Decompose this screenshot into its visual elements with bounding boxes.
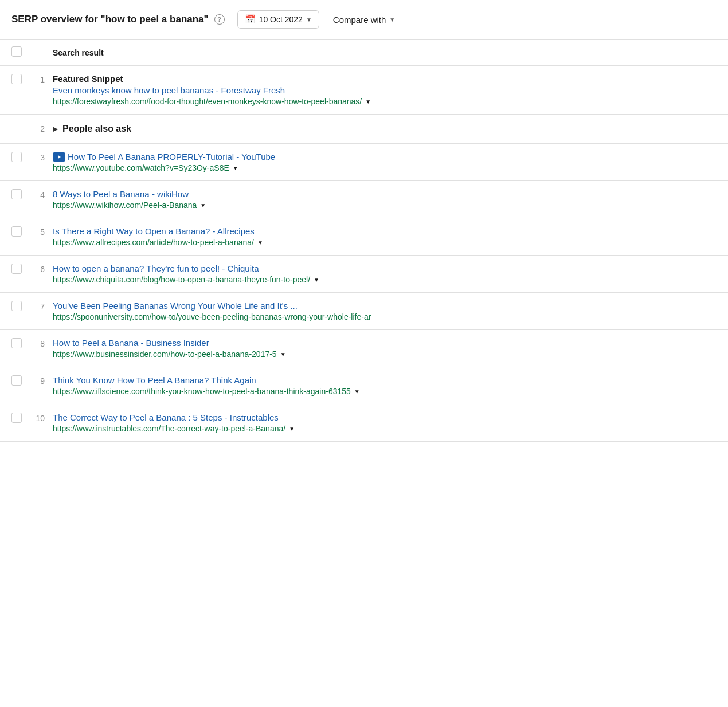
row-6-number: 6: [32, 264, 53, 274]
date-chevron-icon: ▼: [306, 17, 312, 23]
row-10-number: 10: [32, 413, 53, 423]
row-10-title-link[interactable]: The Correct Way to Peel a Banana : 5 Ste…: [53, 413, 717, 422]
row-3-number: 3: [32, 152, 53, 162]
row-9-number: 9: [32, 375, 53, 386]
row-6-title-link[interactable]: How to open a banana? They're fun to pee…: [53, 264, 717, 273]
compare-label: Compare with: [333, 15, 386, 25]
row-1-url-dropdown-icon[interactable]: ▼: [365, 99, 371, 105]
row-7-title-link[interactable]: You've Been Peeling Bananas Wrong Your W…: [53, 301, 717, 311]
expand-paa-icon[interactable]: ▶: [53, 125, 58, 133]
row-8-url-dropdown-icon[interactable]: ▼: [280, 351, 286, 358]
row-9-title-link[interactable]: Think You Know How To Peel A Banana? Thi…: [53, 375, 717, 385]
row-7-number: 7: [32, 301, 53, 311]
row-6-checkbox[interactable]: [11, 264, 22, 274]
row-5-number: 5: [32, 226, 53, 237]
row-1-url: https://forestwayfresh.com/food-for-thou…: [53, 97, 362, 106]
compare-with-button[interactable]: Compare with ▼: [325, 11, 403, 28]
row-8-title-link[interactable]: How to Peel a Banana - Business Insider: [53, 338, 717, 348]
help-icon[interactable]: ?: [214, 14, 225, 25]
page-header: SERP overview for "how to peel a banana"…: [0, 0, 728, 40]
row-7-url: https://spoonuniversity.com/how-to/youve…: [53, 312, 371, 321]
row-9-checkbox[interactable]: [11, 375, 22, 386]
table-row: 8 How to Peel a Banana - Business Inside…: [0, 330, 728, 367]
table-row: 1 Featured Snippet Even monkeys know how…: [0, 66, 728, 115]
table-row: 7 You've Been Peeling Bananas Wrong Your…: [0, 293, 728, 330]
row-3-checkbox[interactable]: [11, 152, 22, 162]
row-5-title-link[interactable]: Is There a Right Way to Open a Banana? -…: [53, 226, 717, 236]
table-row: 9 Think You Know How To Peel A Banana? T…: [0, 367, 728, 404]
table-row: 10 The Correct Way to Peel a Banana : 5 …: [0, 404, 728, 442]
row-5-checkbox[interactable]: [11, 226, 22, 237]
featured-snippet-label: Featured Snippet: [53, 74, 717, 84]
row-8-number: 8: [32, 338, 53, 348]
youtube-icon: [53, 152, 65, 162]
row-3-title-link[interactable]: How To Peel A Banana PROPERLY-Tutorial -…: [68, 152, 275, 162]
row-10-url: https://www.instructables.com/The-correc…: [53, 424, 285, 433]
row-1-title-link[interactable]: Even monkeys know how to peel bananas - …: [53, 85, 717, 95]
row-1-checkbox[interactable]: [11, 74, 22, 84]
row-3-url-dropdown-icon[interactable]: ▼: [233, 165, 238, 171]
row-10-url-dropdown-icon[interactable]: ▼: [289, 426, 295, 432]
calendar-icon: 📅: [245, 14, 256, 25]
table-row: 6 How to open a banana? They're fun to p…: [0, 256, 728, 293]
row-1-number: 1: [32, 74, 53, 84]
row-10-checkbox[interactable]: [11, 413, 22, 423]
row-4-number: 4: [32, 189, 53, 199]
table-row: 3 How To Peel A Banana PROPERLY-Tutorial…: [0, 144, 728, 181]
table-header-row: Search result: [0, 40, 728, 66]
table-row: 4 8 Ways to Peel a Banana - wikiHow http…: [0, 181, 728, 218]
column-label: Search result: [53, 48, 104, 57]
header-checkbox[interactable]: [11, 46, 22, 57]
row-7-checkbox[interactable]: [11, 301, 22, 311]
people-also-ask-label: People also ask: [62, 124, 131, 134]
date-picker-button[interactable]: 📅 10 Oct 2022 ▼: [237, 10, 319, 29]
compare-chevron-icon: ▼: [389, 17, 395, 23]
row-5-url-dropdown-icon[interactable]: ▼: [257, 239, 263, 246]
row-3-url: https://www.youtube.com/watch?v=Sy23Oy-a…: [53, 163, 229, 172]
row-4-title-link[interactable]: 8 Ways to Peel a Banana - wikiHow: [53, 189, 717, 199]
row-8-url: https://www.businessinsider.com/how-to-p…: [53, 349, 277, 359]
row-8-checkbox[interactable]: [11, 338, 22, 348]
row-4-url-dropdown-icon[interactable]: ▼: [200, 202, 206, 209]
page-title: SERP overview for "how to peel a banana": [11, 14, 209, 25]
row-9-url-dropdown-icon[interactable]: ▼: [354, 388, 360, 395]
row-6-url: https://www.chiquita.com/blog/how-to-ope…: [53, 275, 310, 284]
row-4-checkbox[interactable]: [11, 189, 22, 199]
table-row: 5 Is There a Right Way to Open a Banana?…: [0, 218, 728, 256]
row-6-url-dropdown-icon[interactable]: ▼: [314, 277, 319, 283]
svg-marker-0: [58, 155, 61, 159]
row-5-url: https://www.allrecipes.com/article/how-t…: [53, 238, 254, 247]
row-2-number: 2: [11, 124, 53, 133]
row-4-url: https://www.wikihow.com/Peel-a-Banana: [53, 201, 197, 210]
people-also-ask-row: 2 ▶ People also ask: [0, 115, 728, 144]
row-9-url: https://www.iflscience.com/think-you-kno…: [53, 387, 351, 396]
date-label: 10 Oct 2022: [259, 15, 303, 24]
